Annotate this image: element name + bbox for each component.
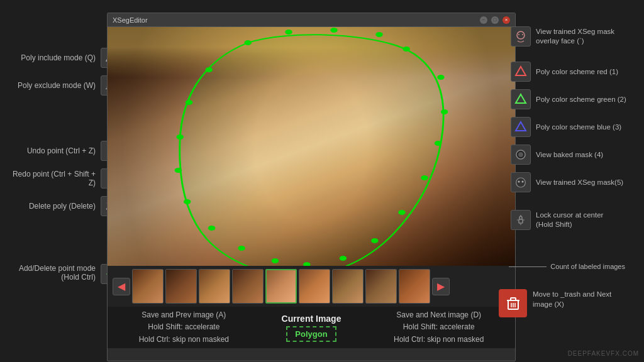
save-next-label: Save and Next image (D) Hold Shift: acce… bbox=[375, 309, 502, 346]
poly-blue-label: Poly color scheme blue (3) bbox=[536, 123, 621, 132]
poly-exclude-label: Poly exclude mode (W) bbox=[18, 81, 96, 90]
svg-point-31 bbox=[186, 100, 193, 105]
svg-rect-49 bbox=[511, 298, 516, 300]
current-image-title: Current Image bbox=[248, 314, 375, 324]
xseg-mask-item: View trained XSeg mask(5) bbox=[511, 170, 639, 195]
svg-point-41 bbox=[522, 181, 524, 183]
poly-green-item: Poly color scheme green (2) bbox=[511, 87, 639, 112]
svg-point-32 bbox=[206, 67, 213, 72]
svg-point-16 bbox=[402, 47, 410, 52]
bottom-bar: Save and Prev image (A) Hold Shift: acce… bbox=[108, 307, 515, 348]
svg-point-20 bbox=[421, 175, 428, 180]
svg-point-19 bbox=[435, 141, 442, 146]
poly-red-icon[interactable] bbox=[511, 62, 531, 82]
svg-point-33 bbox=[517, 31, 525, 39]
thumbnail-6[interactable] bbox=[299, 269, 330, 304]
count-annotation: Count of labeled images bbox=[509, 263, 625, 270]
add-delete-point-label: Add/Delete point mode(Hold Ctrl) bbox=[19, 264, 96, 282]
poly-green-icon[interactable] bbox=[511, 89, 531, 109]
window-titlebar: XSegEditor − □ × bbox=[108, 13, 515, 27]
poly-blue-item: Poly color scheme blue (3) bbox=[511, 114, 639, 140]
polygon-badge: Polygon bbox=[286, 326, 336, 342]
xseg-overlay-item: View trained XSeg maskoverlay face (`) bbox=[511, 24, 639, 49]
svg-point-35 bbox=[522, 34, 523, 35]
poly-red-label: Poly color scheme red (1) bbox=[536, 67, 618, 77]
lock-cursor-item: Lock cursor at center(Hold Shift) bbox=[511, 207, 639, 233]
svg-point-23 bbox=[340, 256, 347, 261]
count-annotation-text: Count of labeled images bbox=[550, 263, 625, 270]
minimize-button[interactable]: − bbox=[480, 16, 487, 24]
thumbnail-9[interactable] bbox=[399, 269, 430, 304]
poly-green-label: Poly color scheme green (2) bbox=[536, 95, 626, 104]
baked-mask-label: View baked mask (4) bbox=[536, 150, 603, 160]
lock-cursor-label: Lock cursor at center(Hold Shift) bbox=[536, 211, 603, 229]
svg-point-30 bbox=[176, 134, 184, 140]
svg-point-27 bbox=[208, 226, 216, 231]
thumbnail-4[interactable] bbox=[232, 269, 264, 304]
trash-label: Move to _trash and Nextimage (X) bbox=[533, 289, 621, 309]
main-window: XSegEditor − □ × bbox=[107, 13, 516, 361]
svg-point-28 bbox=[184, 199, 191, 204]
thumbnail-1[interactable] bbox=[132, 269, 164, 304]
delete-poly-label: Delete poly (Delete) bbox=[29, 202, 96, 211]
thumbnail-8[interactable] bbox=[365, 269, 397, 304]
svg-marker-37 bbox=[516, 94, 526, 103]
svg-point-26 bbox=[238, 246, 245, 251]
save-prev-label: Save and Prev image (A) Hold Shift: acce… bbox=[120, 309, 248, 346]
svg-marker-36 bbox=[516, 67, 526, 75]
thumbnail-3[interactable] bbox=[199, 269, 230, 304]
svg-rect-42 bbox=[519, 219, 523, 223]
thumbnail-5-active[interactable] bbox=[265, 269, 297, 304]
svg-point-15 bbox=[375, 32, 383, 37]
svg-point-21 bbox=[398, 210, 406, 215]
svg-point-25 bbox=[272, 258, 279, 263]
image-area: 01057_0.jpg 80 labeled bbox=[108, 27, 515, 266]
next-thumbnail-button[interactable]: ▶ bbox=[432, 278, 450, 295]
bottom-right: Save and Next image (D) Hold Shift: acce… bbox=[375, 309, 502, 346]
svg-point-18 bbox=[441, 109, 448, 114]
window-title: XSegEditor bbox=[113, 16, 148, 24]
bottom-left: Save and Prev image (A) Hold Shift: acce… bbox=[120, 309, 248, 346]
right-panel: View trained XSeg maskoverlay face (`) P… bbox=[506, 19, 644, 238]
face-image bbox=[108, 27, 515, 266]
maximize-button[interactable]: □ bbox=[491, 16, 499, 24]
thumbnail-2[interactable] bbox=[165, 269, 197, 304]
trash-button-area: Move to _trash and Nextimage (X) bbox=[499, 289, 527, 317]
svg-point-22 bbox=[371, 238, 379, 243]
xseg-overlay-label: View trained XSeg maskoverlay face (`) bbox=[536, 27, 614, 46]
thumbnail-strip: ◀ ▶ bbox=[108, 266, 515, 307]
svg-point-12 bbox=[244, 40, 252, 45]
xseg-mask-icon[interactable] bbox=[511, 172, 531, 192]
bottom-center: Current Image Polygon bbox=[248, 314, 375, 342]
thumbnail-7[interactable] bbox=[332, 269, 364, 304]
trash-button[interactable] bbox=[499, 289, 527, 317]
xseg-overlay-icon[interactable] bbox=[511, 26, 531, 47]
baked-mask-icon[interactable] bbox=[511, 145, 531, 165]
xseg-mask-label: View trained XSeg mask(5) bbox=[536, 178, 623, 187]
baked-mask-item: View baked mask (4) bbox=[511, 142, 639, 167]
svg-point-14 bbox=[330, 28, 338, 33]
prev-thumbnail-button[interactable]: ◀ bbox=[113, 278, 130, 295]
redo-point-label: Redo point (Ctrl + Shift + Z) bbox=[5, 170, 96, 187]
face-polygon-svg bbox=[108, 27, 515, 266]
poly-include-label: Poly include mode (Q) bbox=[21, 53, 96, 62]
svg-marker-38 bbox=[516, 122, 526, 131]
undo-point-label: Undo point (Ctrl + Z) bbox=[27, 146, 96, 155]
poly-red-item: Poly color scheme red (1) bbox=[511, 59, 639, 84]
poly-blue-icon[interactable] bbox=[511, 117, 531, 137]
svg-point-17 bbox=[437, 75, 445, 80]
lock-cursor-icon[interactable] bbox=[511, 210, 531, 230]
svg-point-40 bbox=[518, 181, 520, 183]
svg-point-29 bbox=[175, 168, 182, 173]
svg-point-34 bbox=[518, 34, 519, 35]
watermark: DEEPFAKEVFX.COM bbox=[568, 350, 639, 357]
svg-point-13 bbox=[285, 30, 292, 35]
